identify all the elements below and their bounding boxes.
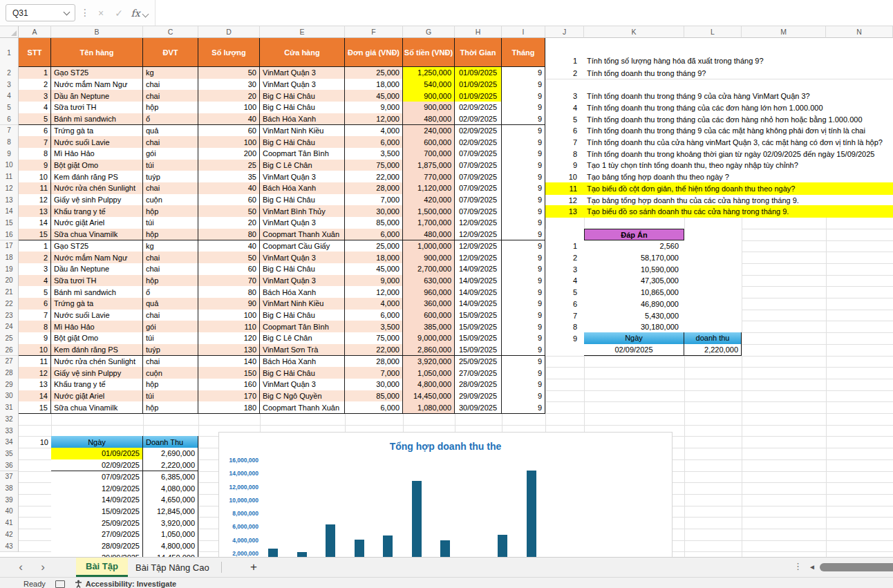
table-cell[interactable]: 70 xyxy=(198,275,260,287)
table-cell[interactable]: Coopmart Thanh Xuân xyxy=(260,229,345,241)
table-cell[interactable]: chai xyxy=(143,263,198,276)
table-cell[interactable]: 4 xyxy=(19,102,51,114)
table-cell[interactable]: 8 xyxy=(19,148,51,160)
cancel-icon[interactable]: × xyxy=(93,5,109,21)
row-header-23[interactable]: 23 xyxy=(0,310,19,322)
table-cell[interactable]: 01/09/2025 xyxy=(455,79,502,91)
table-cell[interactable]: 120 xyxy=(198,332,260,345)
table-cell[interactable]: 1,000,000 xyxy=(403,240,455,253)
table-cell[interactable]: 200 xyxy=(198,148,260,160)
table-cell[interactable]: 9 xyxy=(502,171,545,183)
table-cell[interactable]: 22,000 xyxy=(345,344,403,357)
table-cell[interactable]: 9 xyxy=(502,90,545,102)
table-cell[interactable]: 360,000 xyxy=(403,298,455,310)
revenue-date-cell[interactable]: 14/09/2025 xyxy=(51,494,143,506)
revenue-date-cell[interactable]: 28/09/2025 xyxy=(51,540,143,553)
row-header-13[interactable]: 13 xyxy=(0,194,19,207)
revenue-value-cell[interactable]: 4,080,000 xyxy=(143,482,198,495)
table-cell[interactable]: 960,000 xyxy=(403,286,455,298)
revenue-date-cell[interactable]: 12/09/2025 xyxy=(51,482,143,495)
table-cell[interactable]: Big C Hải Châu xyxy=(260,90,345,102)
row-header-29[interactable]: 29 xyxy=(0,379,19,391)
table-cell[interactable]: 14 xyxy=(19,217,51,229)
table-cell[interactable]: Nước giặt Ariel xyxy=(51,217,143,229)
select-all-corner[interactable] xyxy=(0,26,19,38)
table-cell[interactable]: 9 xyxy=(19,332,51,345)
table-cell[interactable]: 100 xyxy=(198,136,260,149)
table-cell[interactable]: 10 xyxy=(19,171,51,183)
row-header-28[interactable]: 28 xyxy=(0,367,19,379)
table-cell[interactable]: 15/09/2025 xyxy=(455,344,502,357)
revenue-value-cell[interactable]: 1,050,000 xyxy=(143,529,198,541)
table-cell[interactable]: Big C Hải Châu xyxy=(260,263,345,276)
table-cell[interactable]: 5 xyxy=(19,286,51,298)
hscroll-left-arrow-icon[interactable]: ◄ xyxy=(809,563,816,571)
table-cell[interactable]: tuýp xyxy=(143,344,198,357)
row-header-40[interactable]: 40 xyxy=(0,506,19,518)
table-cell[interactable]: Coopmart Tân Bình xyxy=(260,148,345,160)
row-header-9[interactable]: 9 xyxy=(0,148,19,160)
table-cell[interactable]: 600,000 xyxy=(403,310,455,322)
table-cell[interactable]: 140 xyxy=(198,356,260,368)
table-cell[interactable]: túi xyxy=(143,390,198,403)
table-cell[interactable]: 9 xyxy=(502,136,545,149)
revenue-date-cell[interactable]: 29/09/2025 xyxy=(51,551,143,557)
table-cell[interactable]: Bánh mì sandwich xyxy=(51,286,143,298)
table-cell[interactable]: 170 xyxy=(198,390,260,403)
table-cell[interactable]: 22,000 xyxy=(345,171,403,183)
q9-table-cell[interactable]: 02/09/2025 xyxy=(584,344,684,357)
table-cell[interactable]: Big C Hải Châu xyxy=(260,367,345,379)
table-cell[interactable]: 1,250,000 xyxy=(403,67,455,79)
table-cell[interactable]: 12,000 xyxy=(345,113,403,126)
table-cell[interactable]: 60 xyxy=(198,125,260,137)
table-cell[interactable]: 12 xyxy=(19,367,51,379)
revenue-date-cell[interactable]: 15/09/2025 xyxy=(51,506,143,518)
table-cell[interactable]: 15 xyxy=(19,401,51,414)
table-cell[interactable]: Bột giặt Omo xyxy=(51,160,143,172)
row-header-11[interactable]: 11 xyxy=(0,171,19,183)
table-cell[interactable]: 130 xyxy=(198,344,260,357)
table-cell[interactable]: 480,000 xyxy=(403,229,455,241)
row-header-32[interactable]: 32 xyxy=(0,413,19,426)
table-cell[interactable]: Big C Hải Châu xyxy=(260,194,345,207)
table-cell[interactable]: 9 xyxy=(502,367,545,379)
table-cell[interactable]: 7,000 xyxy=(345,194,403,207)
table-cell[interactable]: 50 xyxy=(198,67,260,79)
table-cell[interactable]: hộp xyxy=(143,379,198,391)
column-header-A[interactable]: A xyxy=(19,26,51,38)
table-cell[interactable]: 1,875,000 xyxy=(403,160,455,172)
table-cell[interactable]: 3,500 xyxy=(345,148,403,160)
table-cell[interactable]: Kem đánh răng PS xyxy=(51,344,143,357)
table-cell[interactable]: 9 xyxy=(502,332,545,345)
table-cell[interactable]: 9,000 xyxy=(345,275,403,287)
revenue-chart[interactable]: Tổng hợp doanh thu the16,000,00014,000,0… xyxy=(218,432,673,557)
table-cell[interactable]: 7 xyxy=(19,310,51,322)
table-cell[interactable]: 3 xyxy=(19,263,51,276)
table-cell[interactable]: 20 xyxy=(198,217,260,229)
table-cell[interactable]: 7 xyxy=(19,136,51,149)
row-header-21[interactable]: 21 xyxy=(0,286,19,298)
table-cell[interactable]: 28,000 xyxy=(345,356,403,368)
table-cell[interactable]: VinMart Quận 3 xyxy=(260,217,345,229)
table-cell[interactable]: Sữa tươi TH xyxy=(51,275,143,287)
table-cell[interactable]: 01/09/2025 xyxy=(455,67,502,79)
table-cell[interactable]: 6,000 xyxy=(345,310,403,322)
row-header-10[interactable]: 10 xyxy=(0,160,19,172)
add-sheet-button[interactable]: + xyxy=(243,558,264,577)
column-header-N[interactable]: N xyxy=(826,26,893,38)
table-cell[interactable]: 9 xyxy=(502,217,545,229)
table-cell[interactable]: hộp xyxy=(143,401,198,414)
table-cell[interactable]: 12/09/2025 xyxy=(455,217,502,229)
table-cell[interactable]: 60 xyxy=(198,263,260,276)
table-cell[interactable]: Nước giặt Ariel xyxy=(51,390,143,403)
revenue-value-cell[interactable]: 2,220,000 xyxy=(143,459,198,472)
table-cell[interactable]: 80 xyxy=(198,229,260,241)
table-cell[interactable]: 14/09/2025 xyxy=(455,286,502,298)
row-header-25[interactable]: 25 xyxy=(0,332,19,345)
table-cell[interactable]: chai xyxy=(143,90,198,102)
table-cell[interactable]: 12 xyxy=(19,194,51,207)
table-cell[interactable]: Nước rửa chén Sunlight xyxy=(51,182,143,195)
table-cell[interactable]: 07/09/2025 xyxy=(455,160,502,172)
table-cell[interactable]: 4,000 xyxy=(345,298,403,310)
display-settings-icon[interactable] xyxy=(55,580,65,588)
